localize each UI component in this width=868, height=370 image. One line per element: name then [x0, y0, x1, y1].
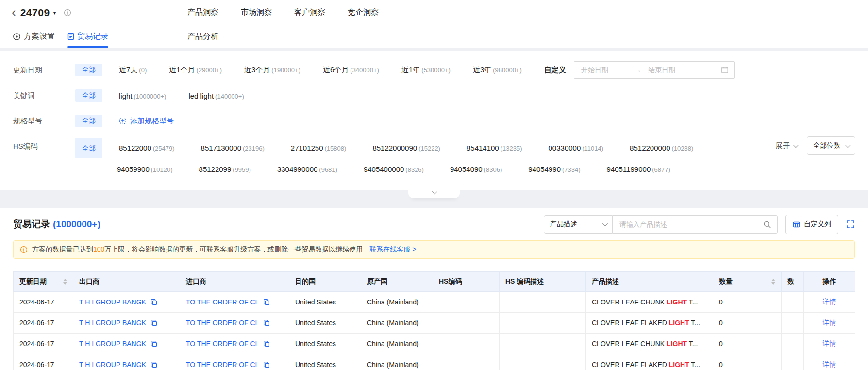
date-option[interactable]: 近3年(980000+) — [473, 66, 522, 75]
detail-link[interactable]: 详情 — [823, 319, 836, 326]
collapse-panel-handle[interactable] — [408, 190, 460, 198]
date-range-picker[interactable]: → — [574, 61, 735, 79]
records-toolbar: 产品描述 自定义列 — [544, 215, 855, 234]
copy-icon[interactable] — [150, 320, 157, 326]
hs-code-option[interactable]: 94051199000(6877) — [607, 161, 670, 178]
copy-icon[interactable] — [150, 361, 157, 368]
main-tab[interactable]: 市场洞察 — [241, 7, 272, 17]
add-spec-button[interactable]: 添加规格型号 — [119, 117, 174, 126]
custom-date-label[interactable]: 自定义 — [544, 66, 566, 75]
keyword-option[interactable]: light(1000000+) — [119, 92, 166, 100]
main-tab[interactable]: 竞企洞察 — [348, 7, 379, 17]
exporter-link[interactable]: T H I GROUP BANGK — [79, 319, 146, 327]
tab-plan-settings-label: 方案设置 — [24, 32, 55, 42]
chevron-down-icon — [432, 189, 437, 194]
cell-hs-code — [433, 313, 500, 334]
date-option[interactable]: 近3个月(190000+) — [244, 66, 300, 75]
caret-down-icon[interactable]: ▾ — [53, 9, 56, 16]
search-icon[interactable] — [763, 220, 771, 229]
hs-code-option[interactable]: 9405400000(8326) — [364, 161, 424, 178]
hs-code-option[interactable]: 94054090(8306) — [450, 161, 502, 178]
hs-code-value: 85122000090 — [372, 144, 417, 152]
importer-link[interactable]: TO THE ORDER OF CL — [186, 298, 259, 306]
hs-code-option[interactable]: 85122000(25479) — [119, 140, 175, 157]
cell-exporter: T H I GROUP BANGK — [73, 292, 180, 313]
cell-exporter: T H I GROUP BANGK — [73, 334, 180, 354]
importer-link[interactable]: TO THE ORDER OF CL — [186, 361, 259, 369]
hs-code-count: (8326) — [405, 166, 424, 173]
warning-icon — [20, 246, 28, 253]
hs-code-option[interactable]: 94059900(10120) — [117, 161, 173, 178]
hs-code-value: 3304990000 — [277, 165, 317, 173]
main-tab[interactable]: 产品洞察 — [187, 7, 218, 17]
contact-support-link[interactable]: 联系在线客服 > — [369, 245, 416, 254]
hs-code-option[interactable]: 94054990(7334) — [528, 161, 580, 178]
hs-code-option[interactable]: 27101250(15808) — [291, 140, 347, 157]
chevron-down-icon — [845, 142, 851, 148]
table-row: 2024-06-17 T H I GROUP BANGK TO THE ORDE… — [14, 313, 855, 334]
cell-importer: TO THE ORDER OF CL — [180, 354, 289, 370]
detail-link[interactable]: 详情 — [823, 298, 836, 305]
filter-chip-all[interactable]: 全部 — [75, 138, 102, 158]
filter-chip-all[interactable]: 全部 — [75, 89, 102, 102]
date-option[interactable]: 近1年(530000+) — [401, 66, 451, 75]
main-tab[interactable]: 客户洞察 — [294, 7, 325, 17]
exporter-link[interactable]: T H I GROUP BANGK — [79, 340, 146, 348]
hs-code-option[interactable]: 8512200000(10238) — [630, 140, 693, 157]
importer-link[interactable]: TO THE ORDER OF CL — [186, 319, 259, 327]
copy-icon[interactable] — [263, 361, 270, 368]
col-label: 目的国 — [295, 277, 316, 285]
copy-icon[interactable] — [263, 299, 270, 305]
cell-product-desc: CLOVER LEAF FLAKED LIGHT T... — [586, 313, 713, 334]
hs-code-option[interactable]: 85122099(9959) — [199, 161, 251, 178]
sort-icon[interactable] — [63, 279, 67, 285]
col-update-date[interactable]: 更新日期 — [14, 272, 73, 292]
date-option[interactable]: 近6个月(340000+) — [323, 66, 379, 75]
hs-code-count: (10238) — [672, 145, 694, 152]
tab-product-analysis[interactable]: 产品分析 — [187, 32, 218, 42]
copy-icon[interactable] — [150, 340, 157, 347]
hs-code-option[interactable]: 3304990000(9681) — [277, 161, 337, 178]
col-label: 操作 — [823, 277, 836, 285]
col-quantity[interactable]: 数量 — [713, 272, 782, 292]
exporter-link[interactable]: T H I GROUP BANGK — [79, 298, 146, 306]
detail-link[interactable]: 详情 — [823, 339, 836, 347]
date-option[interactable]: 近7天(0) — [119, 66, 147, 75]
calendar-icon[interactable] — [721, 66, 729, 74]
end-date-input[interactable] — [647, 66, 696, 74]
copy-icon[interactable] — [263, 340, 270, 347]
hs-code-option[interactable]: 00330000(11014) — [549, 140, 604, 157]
detail-link[interactable]: 详情 — [823, 360, 836, 368]
hs-code-option[interactable]: 85414100(13235) — [467, 140, 522, 157]
search-input[interactable] — [618, 220, 763, 229]
plan-id[interactable]: 24709 — [20, 7, 50, 18]
date-option[interactable]: 近1个月(29000+) — [169, 66, 222, 75]
fullscreen-button[interactable] — [846, 220, 855, 229]
start-date-input[interactable] — [580, 66, 629, 74]
cell-action: 详情 — [804, 354, 855, 370]
exporter-link[interactable]: T H I GROUP BANGK — [79, 361, 146, 369]
col-action: 操作 — [804, 272, 855, 292]
cell-clipped — [782, 292, 804, 313]
add-spec-label: 添加规格型号 — [130, 117, 174, 126]
custom-columns-button[interactable]: 自定义列 — [785, 215, 838, 234]
keyword-option[interactable]: led light(140000+) — [188, 92, 244, 100]
copy-icon[interactable] — [263, 320, 270, 326]
info-icon[interactable] — [64, 9, 71, 17]
expand-label: 展开 — [775, 141, 790, 151]
hs-code-option[interactable]: 85122000090(15222) — [372, 140, 440, 157]
digits-select[interactable]: 全部位数 — [807, 136, 855, 155]
back-icon[interactable]: ‹ — [12, 6, 16, 18]
keyword-option-count: (1000000+) — [134, 93, 167, 100]
filter-chip-all[interactable]: 全部 — [75, 64, 102, 76]
copy-icon[interactable] — [150, 299, 157, 305]
search-type-select[interactable]: 产品描述 — [544, 215, 613, 234]
filter-chip-all[interactable]: 全部 — [75, 115, 102, 127]
expand-button[interactable]: 展开 — [775, 141, 797, 151]
tab-trade-records[interactable]: 贸易记录 — [67, 25, 108, 48]
hs-code-option[interactable]: 8517130000(23196) — [201, 140, 265, 157]
importer-link[interactable]: TO THE ORDER OF CL — [186, 340, 259, 348]
cell-quantity: 0 — [713, 313, 782, 334]
sort-icon[interactable] — [771, 279, 775, 285]
tab-plan-settings[interactable]: 方案设置 — [13, 25, 55, 48]
